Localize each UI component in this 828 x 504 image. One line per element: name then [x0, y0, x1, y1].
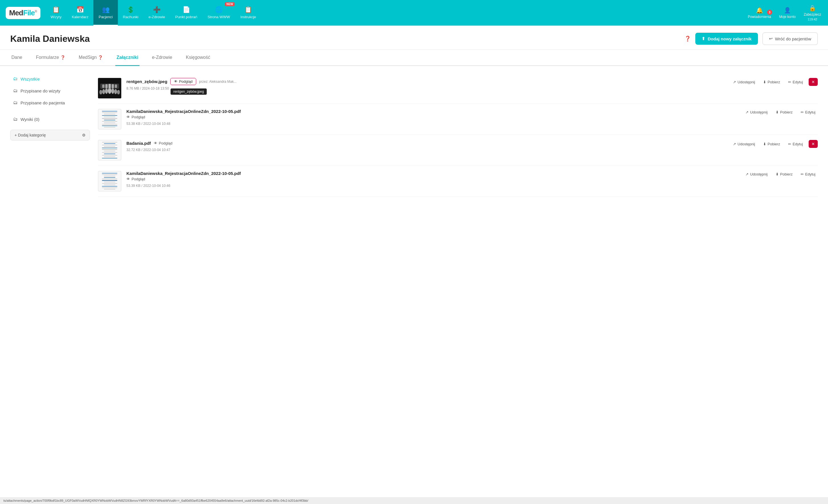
sidebar-item-przypisane-wizyty[interactable]: 🗂 Przypisane do wizyty [10, 85, 90, 97]
tab-formularze[interactable]: Formularze ❓ [35, 50, 66, 66]
tab-e-zdrowie[interactable]: e-Zdrowie [151, 50, 173, 66]
preview-button[interactable]: 👁 Podgląd rentgen_zębów.jpeg [170, 78, 197, 85]
nav-zabezpiecz[interactable]: 🔒 Zabezpiecz 119:42 [800, 5, 825, 21]
back-label: Wróć do pacjentów [775, 36, 811, 41]
sidebar: 🗂 Wszystkie 🗂 Przypisane do wizyty 🗂 Prz… [10, 73, 90, 197]
medsign-help-icon[interactable]: ❓ [98, 55, 103, 60]
back-to-patients-button[interactable]: ↩ Wróć do pacjentów [762, 33, 818, 45]
download-button[interactable]: ⬇ Pobierz [773, 171, 795, 178]
sidebar-item-wszystkie[interactable]: 🗂 Wszystkie [10, 73, 90, 85]
svg-point-5 [111, 88, 114, 94]
tab-medsign[interactable]: MedSign ❓ [78, 50, 104, 66]
tab-bar: Dane Formularze ❓ MedSign ❓ Załączniki e… [0, 50, 828, 66]
eye-icon: 👁 [126, 177, 130, 181]
svg-rect-9 [102, 85, 105, 88]
file-thumbnail [98, 140, 121, 161]
preview-button[interactable]: 👁 Podgląd [154, 140, 172, 146]
nav-powiadomienia[interactable]: 3 🔔 Powiadomienia [744, 7, 775, 19]
add-attachment-label: Dodaj nowy załącznik [708, 36, 751, 41]
edit-button[interactable]: ✏ Edytuj [786, 141, 805, 147]
download-button[interactable]: ⬇ Pobierz [761, 141, 782, 147]
file-meta: 53.39 KB / 2022-10-04 10:46 [126, 184, 738, 188]
file-name: Badania.pdf [126, 141, 151, 146]
strona-www-icon: 🌐 [215, 6, 223, 13]
file-meta: 53.38 KB / 2022-10-04 10:48 [126, 122, 738, 126]
logo-registered: ® [35, 9, 37, 13]
file-meta: 8.76 MB / 2024-10-18 13:50 [126, 87, 726, 90]
file-name: rentgen_zębów.jpeg [126, 79, 167, 84]
sidebar-item-wyniki[interactable]: 🗂 Wyniki (0) [10, 113, 90, 125]
eye-icon: 👁 [174, 79, 178, 84]
edit-button[interactable]: ✏ Edytuj [798, 109, 818, 116]
sidebar-wszystkie-label: Wszystkie [20, 77, 40, 81]
share-button[interactable]: ↗ Udostępnij [731, 141, 757, 147]
share-button[interactable]: ↗ Udostępnij [743, 171, 770, 178]
share-button[interactable]: ↗ Udostępnij [731, 79, 757, 85]
delete-button[interactable]: ✕ [809, 140, 818, 148]
preview-button[interactable]: 👁 Podgląd [126, 114, 145, 120]
nav-moje-konto[interactable]: 👤 Moje konto [775, 7, 800, 19]
nav-instrukcje-label: Instrukcje [240, 15, 256, 19]
folder-pacjenta-icon: 🗂 [13, 100, 18, 105]
share-button[interactable]: ↗ Udostępnij [743, 109, 770, 116]
file-list: rentgen_zębów.jpeg 👁 Podgląd rentgen_zęb… [98, 73, 818, 197]
add-attachment-button[interactable]: ⬆ Dodaj nowy załącznik [695, 33, 758, 45]
nav-strona-www[interactable]: NEW 🌐 Strona WWW [202, 0, 235, 26]
settings-icon[interactable]: ⚙ [82, 133, 86, 137]
sidebar-wizyty-label: Przypisane do wizyty [20, 88, 60, 93]
preview-label: Podgląd [131, 177, 145, 181]
nav-zabezpiecz-label: Zabezpiecz [804, 12, 821, 16]
main-content: Kamila Daniewska ❓ ⬆ Dodaj nowy załączni… [0, 26, 828, 504]
powiadomienia-icon: 🔔 [756, 7, 763, 14]
file-item: rentgen_zębów.jpeg 👁 Podgląd rentgen_zęb… [98, 73, 818, 104]
nav-kalendarz[interactable]: 📅 Kalendarz [67, 0, 94, 26]
back-arrow-icon: ↩ [769, 36, 773, 41]
nav-instrukcje[interactable]: 📋 Instrukcje [235, 0, 261, 26]
preview-label: Podgląd [131, 115, 145, 119]
add-category-label: + Dodaj kategorię [14, 133, 46, 137]
nav-kalendarz-label: Kalendarz [72, 15, 89, 19]
nav-wizyty-label: Wizyty [51, 15, 61, 19]
new-badge: NEW [225, 2, 234, 6]
delete-button[interactable]: ✕ [809, 78, 818, 86]
formularze-help-icon[interactable]: ❓ [60, 55, 65, 60]
add-category-button[interactable]: + Dodaj kategorię ⚙ [10, 130, 90, 140]
share-icon: ↗ [745, 172, 749, 176]
download-button[interactable]: ⬇ Pobierz [761, 79, 782, 85]
file-info: KamilaDaniewska_RejestracjaOnlineZdn_202… [126, 171, 738, 188]
nav-rachunki[interactable]: 💲 Rachunki [118, 0, 143, 26]
svg-point-6 [114, 89, 117, 94]
svg-point-1 [99, 90, 102, 94]
nav-wizyty[interactable]: 📋 Wizyty [46, 0, 67, 26]
nav-pacjenci[interactable]: 👥 Pacjenci [93, 0, 118, 26]
logo[interactable]: MedFile® [3, 0, 46, 26]
edit-button[interactable]: ✏ Edytuj [786, 79, 805, 85]
preview-button[interactable]: 👁 Podgląd [126, 176, 145, 182]
file-actions: ↗ Udostępnij ⬇ Pobierz ✏ Edytuj [743, 171, 818, 178]
file-name-row: KamilaDaniewska_RejestracjaOnlineZdn_202… [126, 109, 738, 114]
sidebar-item-przypisane-pacjenta[interactable]: 🗂 Przypisane do pacjenta [10, 97, 90, 109]
svg-point-7 [117, 90, 120, 94]
sidebar-wyniki-label: Wyniki (0) [20, 117, 40, 122]
tab-ksiegowosc[interactable]: Księgowość [185, 50, 211, 66]
tab-zalaczniki[interactable]: Załączniki [115, 50, 139, 66]
download-button[interactable]: ⬇ Pobierz [773, 109, 795, 116]
download-icon: ⬇ [763, 142, 766, 146]
nav-e-zdrowie[interactable]: ➕ e-Zdrowie [143, 0, 170, 26]
nav-punkt-pobran[interactable]: 📄 Punkt pobrań [170, 0, 202, 26]
sidebar-pacjenta-label: Przypisane do pacjenta [20, 100, 65, 105]
svg-rect-13 [115, 85, 117, 88]
help-icon[interactable]: ❓ [685, 36, 691, 42]
edit-button[interactable]: ✏ Edytuj [798, 171, 818, 178]
preview-label: Podgląd [159, 141, 172, 145]
patient-name: Kamila Daniewska [10, 34, 90, 44]
moje-konto-icon: 👤 [784, 7, 791, 14]
page-header: Kamila Daniewska ❓ ⬆ Dodaj nowy załączni… [0, 26, 828, 50]
file-name-row: KamilaDaniewska_RejestracjaOnlineZdn_202… [126, 171, 738, 176]
file-item: KamilaDaniewska_RejestracjaOnlineZdn_202… [98, 166, 818, 197]
tab-dane[interactable]: Dane [10, 50, 23, 66]
edit-icon: ✏ [801, 110, 804, 114]
file-item: Badania.pdf 👁 Podgląd 32.72 KB / 2022-10… [98, 135, 818, 166]
pacjenci-icon: 👥 [102, 6, 110, 13]
nav-punkt-pobran-label: Punkt pobrań [175, 15, 197, 19]
